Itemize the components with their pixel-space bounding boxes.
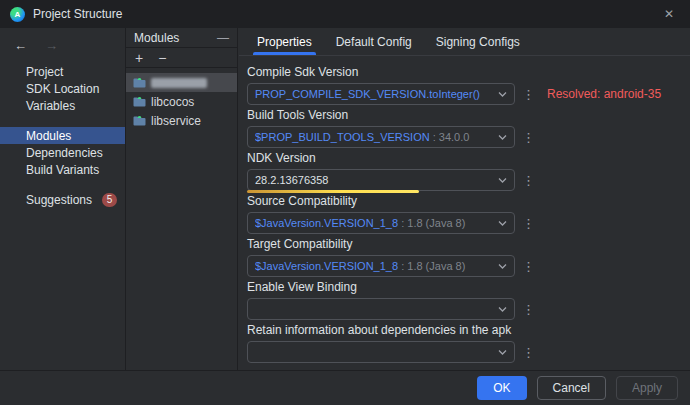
retain-dependencies-combo[interactable]: [247, 341, 515, 363]
modules-panel-title: Modules: [134, 31, 179, 45]
field-retain-dependencies-info: Retain information about dependencies in…: [247, 324, 690, 363]
module-name: libcocos: [151, 95, 194, 109]
field-label: NDK Version: [247, 152, 690, 165]
module-list: libcocos libservice: [126, 68, 237, 130]
properties-panel: Properties Default Config Signing Config…: [239, 28, 690, 370]
module-item-libservice[interactable]: libservice: [126, 111, 237, 130]
sidebar-item-label: Modules: [26, 129, 71, 143]
forward-arrow-icon[interactable]: →: [45, 38, 58, 53]
source-compatibility-combo[interactable]: $JavaVersion.VERSION_1_8 : 1.8 (Java 8): [247, 212, 515, 234]
redacted-module-name: [151, 78, 207, 88]
chevron-down-icon: [498, 92, 507, 97]
hide-panel-icon[interactable]: —: [217, 31, 229, 45]
sidebar: ← → Project SDK Location Variables Modul…: [0, 28, 125, 370]
android-module-icon: [133, 77, 146, 88]
resolved-note: Resolved: android-35: [547, 87, 661, 101]
sidebar-item-sdk-location[interactable]: SDK Location: [0, 80, 125, 97]
add-module-button[interactable]: +: [135, 51, 143, 65]
modules-panel: Modules — + − libcocos: [125, 28, 238, 370]
chevron-down-icon: [498, 135, 507, 140]
combo-value: $PROP_BUILD_TOOLS_VERSION: [255, 131, 430, 143]
field-enable-view-binding: Enable View Binding ⋮: [247, 281, 690, 320]
sidebar-item-dependencies[interactable]: Dependencies: [0, 144, 125, 161]
kebab-menu-icon[interactable]: ⋮: [522, 346, 535, 359]
modules-panel-header: Modules —: [126, 28, 237, 48]
field-label: Enable View Binding: [247, 281, 690, 294]
field-label: Target Compatibility: [247, 238, 690, 251]
kebab-menu-icon[interactable]: ⋮: [522, 303, 535, 316]
project-structure-dialog: A Project Structure ✕ ← → Project SDK Lo…: [0, 0, 690, 405]
suggestions-count-badge: 5: [102, 193, 117, 207]
field-build-tools-version: Build Tools Version $PROP_BUILD_TOOLS_VE…: [247, 109, 690, 148]
tab-signing-configs[interactable]: Signing Configs: [424, 28, 532, 55]
dialog-footer: OK Cancel Apply: [0, 370, 690, 405]
field-source-compatibility: Source Compatibility $JavaVersion.VERSIO…: [247, 195, 690, 234]
kebab-menu-icon[interactable]: ⋮: [522, 217, 535, 230]
field-label: Compile Sdk Version: [247, 66, 690, 79]
android-module-icon: [133, 96, 146, 107]
module-name: libservice: [151, 114, 201, 128]
compile-sdk-version-combo[interactable]: PROP_COMPILE_SDK_VERSION.toInteger(): [247, 83, 515, 105]
back-arrow-icon[interactable]: ←: [14, 38, 27, 53]
kebab-menu-icon[interactable]: ⋮: [522, 88, 535, 101]
field-label: Build Tools Version: [247, 109, 690, 122]
field-compile-sdk-version: Compile Sdk Version PROP_COMPILE_SDK_VER…: [247, 66, 690, 105]
dialog-title: Project Structure: [33, 7, 650, 21]
build-tools-version-combo[interactable]: $PROP_BUILD_TOOLS_VERSION : 34.0.0: [247, 126, 515, 148]
close-icon[interactable]: ✕: [658, 7, 680, 21]
module-item-redacted[interactable]: [126, 73, 237, 92]
tab-default-config[interactable]: Default Config: [324, 28, 424, 55]
remove-module-button[interactable]: −: [158, 51, 166, 65]
tab-bar: Properties Default Config Signing Config…: [239, 28, 690, 56]
kebab-menu-icon[interactable]: ⋮: [522, 174, 535, 187]
sidebar-item-modules[interactable]: Modules: [0, 127, 125, 144]
sidebar-item-label: SDK Location: [26, 82, 99, 96]
chevron-down-icon: [498, 221, 507, 226]
sidebar-item-variables[interactable]: Variables: [0, 97, 125, 114]
kebab-menu-icon[interactable]: ⋮: [522, 260, 535, 273]
sidebar-item-label: Suggestions: [26, 193, 92, 207]
sidebar-item-suggestions[interactable]: Suggestions 5: [0, 191, 125, 208]
modules-toolbar: + −: [126, 48, 237, 68]
module-item-libcocos[interactable]: libcocos: [126, 92, 237, 111]
chevron-down-icon: [498, 178, 507, 183]
chevron-down-icon: [498, 264, 507, 269]
sidebar-item-project[interactable]: Project: [0, 63, 125, 80]
sidebar-item-label: Dependencies: [26, 146, 103, 160]
android-module-icon: [133, 115, 146, 126]
sidebar-item-label: Build Variants: [26, 163, 99, 177]
titlebar: A Project Structure ✕: [0, 0, 690, 28]
history-nav: ← →: [0, 34, 125, 63]
apply-button[interactable]: Apply: [616, 376, 678, 400]
field-ndk-version: NDK Version 28.2.13676358 ⋮: [247, 152, 690, 191]
sidebar-item-label: Variables: [26, 99, 75, 113]
chevron-down-icon: [498, 350, 507, 355]
field-target-compatibility: Target Compatibility $JavaVersion.VERSIO…: [247, 238, 690, 277]
combo-value: $JavaVersion.VERSION_1_8: [255, 217, 398, 229]
ndk-version-combo[interactable]: 28.2.13676358: [247, 169, 515, 191]
target-compatibility-combo[interactable]: $JavaVersion.VERSION_1_8 : 1.8 (Java 8): [247, 255, 515, 277]
sidebar-item-label: Project: [26, 65, 63, 79]
ok-button[interactable]: OK: [477, 376, 526, 400]
sidebar-item-build-variants[interactable]: Build Variants: [0, 161, 125, 178]
cancel-button[interactable]: Cancel: [537, 376, 606, 400]
chevron-down-icon: [498, 307, 507, 312]
combo-value: $JavaVersion.VERSION_1_8: [255, 260, 398, 272]
tab-properties[interactable]: Properties: [245, 28, 324, 55]
kebab-menu-icon[interactable]: ⋮: [522, 131, 535, 144]
combo-value: PROP_COMPILE_SDK_VERSION.toInteger(): [255, 88, 480, 100]
properties-form: Compile Sdk Version PROP_COMPILE_SDK_VER…: [239, 56, 690, 363]
android-studio-icon: A: [10, 7, 25, 22]
field-label: Source Compatibility: [247, 195, 690, 208]
enable-view-binding-combo[interactable]: [247, 298, 515, 320]
field-label: Retain information about dependencies in…: [247, 324, 690, 337]
